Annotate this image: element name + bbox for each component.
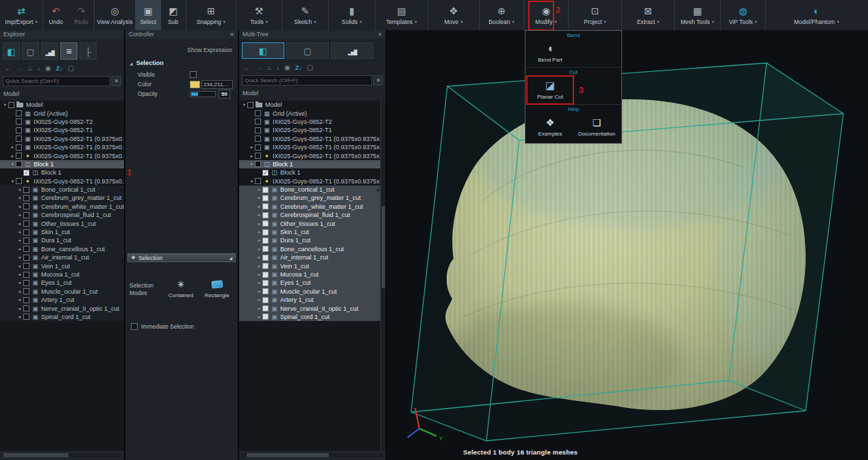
horizontal-scrollbar[interactable] [1,452,123,459]
sort-z-icon[interactable]: Z↓ [295,64,302,71]
tree-item[interactable]: ▾Block 1 [239,160,381,168]
expander-icon[interactable]: ▸ [256,187,262,192]
opacity-value[interactable]: 50 [219,90,230,99]
visibility-checkbox[interactable] [23,305,29,311]
visibility-checkbox[interactable] [23,288,29,294]
expander-icon[interactable]: ▸ [17,229,23,235]
search-input[interactable] [242,75,372,86]
tree-item[interactable]: ▸Other_tissues 1_cut [239,219,381,227]
opacity-slider[interactable] [190,91,216,97]
visibility-checkbox[interactable] [23,255,29,261]
toolbar-item-select[interactable]: Select [136,0,161,30]
toolbar-item-mesh-tools[interactable]: Mesh Tools▾ [675,0,720,30]
expander-icon[interactable]: ▸ [256,212,262,218]
tree-item[interactable]: ▸Mucosa 1_cut [239,270,381,279]
viewport-3d[interactable]: Y Selected 1 body 16 triangle meshes [386,30,868,460]
tree-item[interactable]: ▾IXI025-Guys-0852-T1 (0.9375x0.9375x1.25… [0,177,124,186]
visibility-checkbox[interactable] [255,144,261,151]
visibility-checkbox[interactable] [16,153,22,159]
tree-item[interactable]: Grid (Active) [239,109,381,117]
toolbar-item-vip-tools[interactable]: ViP Tools▾ [721,0,765,30]
visibility-checkbox[interactable] [16,144,22,151]
tree-item[interactable]: ▸IXI025-Guys-0852-T1 (0.9375x0.9375x1.25… [239,151,381,159]
menu-item-documentation[interactable]: Documentation [574,114,619,140]
expander-icon[interactable]: ▸ [256,255,262,260]
selection-tool-bar[interactable]: ❖ Selection ◢ [127,253,236,262]
color-value-field[interactable]: 234,211,... [201,80,233,89]
close-icon[interactable]: ✕ [377,30,382,39]
tree-item[interactable]: ▸Cerebrospinal_fluid 1_cut [239,211,381,219]
expander-icon[interactable]: ▾ [241,102,247,107]
tree-item[interactable]: ▸Nerve_cranial_II_optic 1_cut [239,304,381,312]
expander-icon[interactable]: ▸ [256,204,262,209]
visibility-checkbox[interactable] [8,102,14,108]
expander-icon[interactable]: ▸ [256,289,262,294]
expander-icon[interactable]: ▸ [17,255,23,260]
visibility-checkbox[interactable] [23,203,29,209]
tree-item[interactable]: ▸Dura 1_cut [239,236,381,244]
tree-item[interactable]: ▾Model [239,101,381,109]
expander-icon[interactable]: ▸ [17,221,23,227]
multi-select-icon[interactable]: ▢ [68,64,74,72]
tree-item[interactable]: ▸Eyes 1_cut [239,279,381,287]
toolbar-item-tools[interactable]: Tools▾ [236,0,282,30]
visibility-checkbox[interactable] [262,263,269,269]
tree-item[interactable]: ▸Artery 1_cut [239,296,381,304]
menu-item-examples[interactable]: Examples [528,114,573,140]
tree-item[interactable]: ▸Air_internal 1_cut [0,253,124,261]
toolbar-item-model-phantom[interactable]: Model/Phantom▾ [766,0,867,30]
tree-item[interactable]: ▾Model [0,101,124,109]
tree-item[interactable]: IXI025-Guys-0852-T1 (0.9375x0.9375x1.25) [239,135,381,143]
visibility-checkbox[interactable] [262,220,269,227]
view-tab-slice[interactable] [286,42,329,59]
visibility-checkbox[interactable] [255,136,261,142]
view-tab-tree[interactable] [79,42,97,60]
close-icon[interactable]: ✕ [230,30,234,39]
home-icon[interactable]: ⌂ [267,64,271,71]
expander-icon[interactable]: ▸ [256,246,262,252]
visibility-checkbox[interactable] [16,136,22,142]
tree-item[interactable]: ▸Muscle_ocular 1_cut [0,288,124,296]
expander-icon[interactable]: ▸ [256,264,262,269]
visibility-checkbox[interactable] [247,102,253,108]
toolbar-item-snapping[interactable]: Snapping▾ [186,0,236,30]
visibility-checkbox[interactable] [255,118,261,125]
tree-item[interactable]: ▸Skin 1_cut [239,228,381,236]
tree-item[interactable]: ▸Other_tissues 1_cut [0,219,124,227]
expander-icon[interactable]: ▸ [17,212,23,218]
visibility-checkbox[interactable] [262,195,269,201]
tree-item[interactable]: ▸Artery 1_cut [0,296,124,304]
menu-item-planar-cut[interactable]: Planar Cut3 [528,77,573,103]
toolbar-item-sketch[interactable]: Sketch▾ [282,0,328,30]
visibility-checkbox[interactable]: ✓ [262,170,269,176]
visibility-checkbox[interactable] [23,229,29,235]
toolbar-item-move[interactable]: Move▾ [428,0,479,30]
visibility-checkbox[interactable] [16,118,22,125]
visibility-checkbox[interactable] [23,297,29,303]
visibility-checkbox[interactable] [262,255,269,261]
tree-item[interactable]: ▸Dura 1_cut [0,236,124,244]
visibility-checkbox[interactable] [255,127,261,133]
tree-item[interactable]: ✓Block 1 [0,168,124,177]
tree-item[interactable]: ▸Cerebrospinal_fluid 1_cut [0,211,124,219]
visibility-checkbox[interactable] [255,178,261,184]
tree-item[interactable]: ▸Bone_cancellous 1_cut [0,245,124,253]
expander-icon[interactable]: ▸ [17,289,23,294]
tree-item[interactable]: ▸IXI025-Guys-0852-T1 (0.9375x0.9375x1.25… [0,151,124,159]
tree-item[interactable]: ✓Block 1 [239,168,381,177]
forward-icon[interactable]: → [256,64,262,71]
tree-item[interactable]: ▸Spinal_cord 1_cut [239,313,381,321]
menu-item-bend-part[interactable]: Bend Part [528,40,573,66]
visibility-checkbox[interactable] [262,280,269,286]
back-icon[interactable]: ← [244,64,251,71]
search-input[interactable] [3,76,110,86]
visibility-checkbox[interactable] [23,187,29,193]
multi-select-icon[interactable]: ▢ [307,64,313,71]
visibility-checkbox[interactable] [255,110,261,116]
tree-item[interactable]: IXI025-Guys-0852-T2 [239,118,381,126]
visibility-icon[interactable]: ◉ [45,64,51,72]
expander-icon[interactable]: ▸ [256,314,262,320]
forward-icon[interactable]: → [16,64,23,72]
expander-icon[interactable]: ▾ [10,162,16,167]
expander-icon[interactable]: ▸ [10,144,16,150]
